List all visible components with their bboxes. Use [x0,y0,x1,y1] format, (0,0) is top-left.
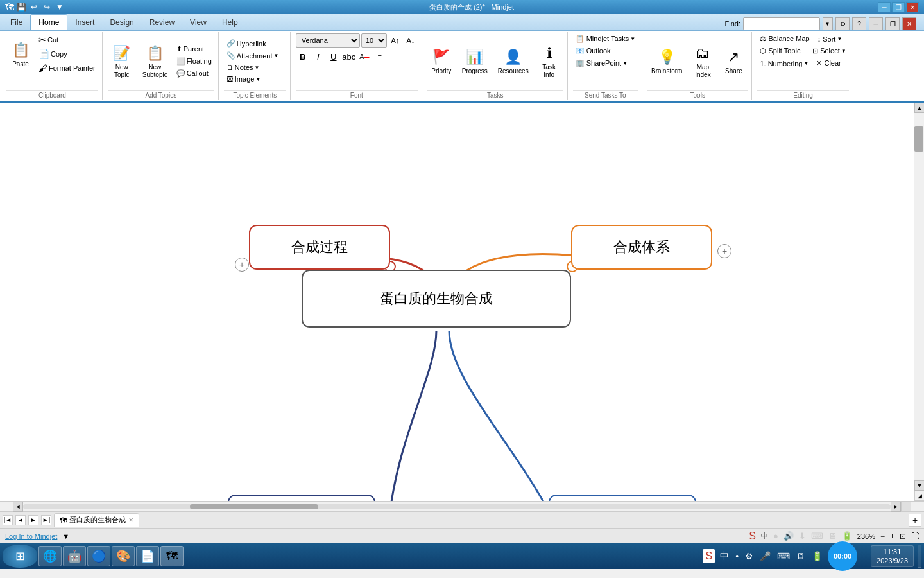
italic-button[interactable]: I [311,49,325,64]
show-desktop-btn[interactable] [918,545,921,568]
tab-insert[interactable]: Insert [67,14,102,30]
full-screen-btn[interactable]: ⛶ [911,532,919,541]
strikethrough-button[interactable]: abc [342,49,356,64]
font-color-button[interactable]: A▬ [357,49,372,64]
restore-button[interactable]: ❐ [892,2,905,12]
hscroll-right-btn[interactable]: ► [891,502,901,512]
node-synthesis-process[interactable]: 合成过程 [249,225,390,270]
fit-page-btn[interactable]: ⊡ [900,532,906,541]
font-size-select[interactable]: 10 [361,33,387,48]
find-help-btn[interactable]: ? [852,17,866,30]
outlook-button[interactable]: 📧 Outlook [573,46,613,57]
tab-prev-btn[interactable]: ◄ [15,515,26,525]
canvas[interactable]: 蛋白质的生物合成 合成过程 + 合成体系 + 干扰和抑制 + 翻译后修饰 + ▲… [0,103,924,501]
qat-customize[interactable]: ▼ [54,1,65,13]
mindjet-tasks-button[interactable]: 📋 Mindjet Tasks ▼ [573,33,638,44]
notes-button[interactable]: 🗒 Notes ▼ [224,62,282,73]
login-text[interactable]: Log In to Mindjet [5,532,57,540]
spire-taskbar-icon[interactable]: S [703,549,715,563]
find-options-btn[interactable]: ⚙ [835,17,850,30]
split-topic-button[interactable]: ⬡ Split Topic ~ [757,46,807,57]
brainstorm-button[interactable]: 💡 Brainstorm [647,46,686,76]
monitor-taskbar-icon[interactable]: 🖥 [795,551,807,561]
taskbar-app3-btn[interactable]: 🎨 [112,546,135,566]
tab-review[interactable]: Review [142,14,182,30]
clear-button[interactable]: ✕ Clear [814,58,843,69]
scroll-down-button[interactable]: ▼ [914,480,924,491]
paste-button[interactable]: 📋 Paste [6,39,35,69]
new-tab-btn[interactable]: + [909,514,921,527]
kb-taskbar-icon[interactable]: ⌨ [776,551,791,561]
bold-button[interactable]: B [296,49,310,64]
taskbar-pdf-btn[interactable]: 📄 [136,546,159,566]
find-minimize-btn[interactable]: ─ [869,17,883,30]
sort-button[interactable]: ↕ Sort ▼ [815,33,845,44]
zoom-out-btn[interactable]: − [880,532,885,541]
mic-icon[interactable]: 🎤 [758,551,772,561]
new-topic-button[interactable]: 📝 NewTopic [108,42,136,80]
floating-button[interactable]: ⬜ Floating [174,56,214,67]
node-synthesis-system[interactable]: 合成体系 [571,225,712,270]
find-restore-btn[interactable]: ❐ [886,17,900,30]
underline-button[interactable]: U [327,49,341,64]
align-button[interactable]: ≡ [373,49,387,64]
priority-button[interactable]: 🚩 Priority [427,46,456,76]
expand-tr[interactable]: + [717,244,732,258]
minimize-button[interactable]: ─ [878,2,891,12]
taskbar-edge-btn[interactable]: 🔵 [87,546,110,566]
tab-design[interactable]: Design [102,14,141,30]
tab-file[interactable]: File [3,14,30,30]
tab-last-btn[interactable]: ►| [41,515,51,525]
expand-tl[interactable]: + [235,258,249,272]
start-button[interactable]: ⊞ [3,545,37,568]
node-interference[interactable]: 干扰和抑制 [228,495,375,501]
center-node[interactable]: 蛋白质的生物合成 [302,270,571,328]
find-close-btn[interactable]: ✕ [902,17,916,30]
callout-button[interactable]: 💬 Callout [174,68,214,79]
tab-first-btn[interactable]: |◄ [3,515,13,525]
tab-view[interactable]: View [182,14,214,30]
hyperlink-button[interactable]: 🔗 Hyperlink [224,38,282,49]
qat-redo[interactable]: ↪ [41,1,53,13]
image-button[interactable]: 🖼 Image ▼ [224,74,282,84]
hscroll-thumb[interactable] [190,504,318,509]
horizontal-scrollbar[interactable]: ◄ ► [0,501,924,511]
map-index-button[interactable]: 🗂 MapIndex [689,42,717,80]
clock[interactable]: 11:31 2023/9/23 [871,545,914,568]
tab-close-btn[interactable]: ✕ [128,516,133,523]
tab-help[interactable]: Help [214,14,246,30]
font-shrink-button[interactable]: A↓ [404,33,418,48]
tab-mindmap[interactable]: 🗺 蛋白质的生物合成 ✕ [54,513,139,527]
sharepoint-button[interactable]: 🏢 SharePoint ▼ [573,58,630,69]
battery-taskbar-icon[interactable]: 🔋 [810,551,824,561]
share-button[interactable]: ↗ Share [719,46,748,76]
hscroll-left-btn[interactable]: ◄ [13,502,23,512]
find-input[interactable] [743,17,820,30]
font-family-select[interactable]: Verdana [296,33,360,48]
numbering-button[interactable]: 1. Numbering ▼ [757,58,811,69]
taskbar-mindjet-btn[interactable]: 🗺 [160,546,184,566]
node-post-translation[interactable]: 翻译后修饰 [549,495,696,501]
tab-home[interactable]: Home [30,14,67,30]
task-info-button[interactable]: ℹ TaskInfo [535,42,563,80]
copy-button[interactable]: 📄 Copy [36,48,98,60]
cut-button[interactable]: ✂ Cut [36,33,98,46]
progress-button[interactable]: 📊 Progress [458,46,492,76]
resources-button[interactable]: 👤 Resources [494,46,533,76]
scroll-thumb[interactable] [914,126,923,152]
qat-save[interactable]: 💾 [15,1,27,13]
attachment-button[interactable]: 📎 Attachment ▼ [224,50,282,61]
vertical-scrollbar[interactable]: ▲ ▼ ◢ [914,103,924,501]
scroll-up-button[interactable]: ▲ [914,103,924,113]
select-button[interactable]: ⊡ Select ▼ [810,46,849,57]
format-painter-button[interactable]: 🖌 Format Painter [36,62,98,74]
input-method-icon[interactable]: 中 [719,550,730,562]
tab-next-btn[interactable]: ► [28,515,38,525]
timer-widget[interactable]: 00:00 [828,541,857,571]
taskbar-app2-btn[interactable]: 🤖 [63,546,86,566]
settings-icon[interactable]: ⚙ [744,551,755,561]
close-button[interactable]: ✕ [906,2,919,12]
zoom-in-btn[interactable]: + [890,532,894,541]
new-subtopic-button[interactable]: 📋 NewSubtopic [139,42,171,80]
parent-button[interactable]: ⬆ Parent [174,44,214,55]
